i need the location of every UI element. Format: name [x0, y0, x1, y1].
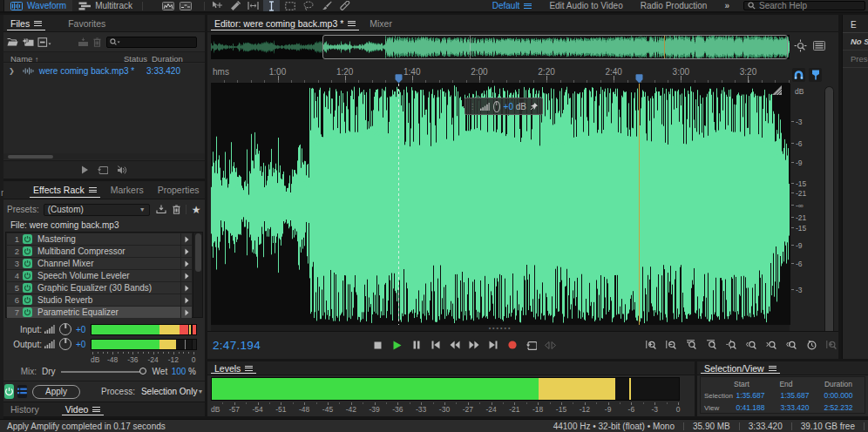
zoom-to-selection-button[interactable] — [783, 337, 800, 353]
process-dropdown[interactable]: Selection Only — [141, 387, 197, 396]
workspace-radio-production[interactable]: Radio Production — [632, 1, 716, 10]
play-button[interactable] — [389, 337, 405, 353]
effect-power-icon[interactable] — [23, 307, 32, 317]
effect-options-arrow[interactable] — [180, 307, 192, 318]
effect-options-arrow[interactable] — [180, 233, 192, 245]
effect-options-arrow[interactable] — [180, 270, 192, 281]
playhead-handle[interactable] — [635, 74, 643, 84]
rack-power-button[interactable] — [4, 384, 14, 399]
play-icon[interactable] — [81, 165, 89, 174]
time-selection-tool[interactable] — [263, 0, 280, 11]
panel-menu-icon[interactable] — [245, 364, 253, 372]
overview-view-box[interactable] — [322, 35, 788, 59]
loop-playback-button[interactable] — [523, 337, 539, 353]
effect-slot-2[interactable]: 2Multiband Compressor — [7, 246, 192, 257]
effect-slot-4[interactable]: 4Speech Volume Leveler — [7, 270, 192, 281]
zoom-in-left-edge-button[interactable] — [743, 337, 760, 353]
waveform-view-button[interactable]: Waveform — [4, 0, 72, 11]
files-search-input[interactable] — [106, 37, 197, 48]
help-search-input[interactable]: Search Help — [743, 1, 865, 10]
effect-slot-3[interactable]: 3Channel Mixer — [7, 258, 192, 269]
auto-play-icon[interactable] — [117, 165, 128, 175]
effect-power-icon[interactable] — [23, 295, 32, 305]
marquee-selection-tool[interactable] — [281, 0, 298, 11]
tab-selection-view[interactable]: Selection/View — [697, 361, 783, 375]
expand-chevron-icon[interactable]: ❯ — [9, 67, 15, 75]
lasso-selection-tool[interactable] — [300, 0, 316, 11]
panel-menu-icon[interactable] — [89, 186, 97, 194]
hud-pin-icon[interactable] — [530, 102, 539, 111]
apply-button[interactable]: Apply — [32, 385, 80, 399]
selection-start-handle[interactable] — [395, 74, 403, 84]
mix-slider-knob[interactable] — [139, 368, 146, 375]
multitrack-view-button[interactable]: Multitrack — [72, 0, 139, 11]
save-preset-icon[interactable] — [156, 205, 166, 214]
panel-menu-icon[interactable] — [92, 406, 100, 414]
tab-effects-rack[interactable]: Effects Rack — [26, 181, 104, 199]
zoom-amplitude-reset-button[interactable] — [703, 337, 720, 353]
overview-strip[interactable] — [211, 35, 790, 59]
slip-tool[interactable] — [245, 0, 261, 11]
tab-markers[interactable]: Markers — [104, 181, 151, 199]
sv-value[interactable]: 0:00.000 — [816, 391, 861, 400]
column-status[interactable]: Status — [124, 54, 147, 64]
hud-volume-control[interactable]: ⋮ +0 dB — [465, 98, 543, 115]
hud-volume-knob[interactable] — [493, 101, 500, 112]
move-next-button[interactable] — [485, 337, 501, 353]
loop-playback-icon[interactable] — [98, 165, 108, 175]
move-previous-button[interactable] — [427, 337, 444, 353]
effect-options-arrow[interactable] — [180, 258, 192, 269]
effect-options-arrow[interactable] — [180, 294, 192, 306]
zoom-in-time-button[interactable] — [643, 337, 660, 353]
sv-value[interactable]: 1:35.687 — [772, 391, 817, 400]
files-horizontal-scrollbar[interactable] — [3, 153, 205, 159]
column-duration[interactable]: Duration — [152, 54, 183, 64]
file-row[interactable]: ❯ were coming back.mp3 * 3:33.420 — [3, 64, 205, 78]
mix-slider[interactable] — [61, 371, 146, 373]
insert-into-multitrack-icon[interactable] — [78, 37, 90, 47]
effect-power-icon[interactable] — [23, 246, 32, 256]
tab-mixer[interactable]: Mixer — [363, 15, 399, 31]
record-button[interactable] — [504, 337, 520, 353]
column-name[interactable]: Name ↑ — [10, 54, 38, 64]
effect-slot-5[interactable]: 5Graphic Equalizer (30 Bands) — [7, 282, 192, 294]
files-column-headers[interactable]: Name ↑ Status Duration — [3, 51, 205, 63]
move-tool[interactable] — [208, 0, 225, 11]
import-file-icon[interactable] — [22, 37, 34, 47]
workspace-edit-audio-to-video[interactable]: Edit Audio to Video — [540, 1, 631, 10]
trash-icon[interactable] — [93, 37, 101, 47]
input-gain-knob[interactable] — [59, 323, 71, 335]
delete-preset-icon[interactable] — [173, 205, 180, 214]
effect-options-arrow[interactable] — [180, 246, 192, 257]
timeline-ruler[interactable]: hms 1:001:201:402:002:202:403:003:20 — [211, 63, 790, 84]
spot-healing-brush-tool[interactable] — [336, 0, 353, 11]
sv-value[interactable]: 2:52.232 — [816, 403, 861, 412]
sv-value[interactable]: 1:35.687 — [728, 391, 773, 400]
paintbrush-selection-tool[interactable] — [318, 0, 335, 11]
tab-levels[interactable]: Levels — [207, 361, 260, 375]
panel-menu-icon[interactable] — [348, 19, 356, 27]
mix-value[interactable]: 100 % — [172, 367, 196, 376]
zoom-out-time-button[interactable] — [663, 337, 680, 353]
rewind-button[interactable] — [446, 337, 463, 353]
tab-properties[interactable]: Properties — [151, 181, 205, 199]
skip-selection-button[interactable] — [542, 337, 559, 353]
pause-button[interactable] — [408, 337, 424, 353]
waveform-horizontal-scrollbar[interactable]: •••••• — [211, 325, 790, 331]
channel-grabber-icon[interactable] — [772, 85, 782, 95]
preset-dropdown[interactable]: (Custom) ▼ — [44, 204, 150, 216]
spectral-frequency-display-icon[interactable] — [162, 2, 174, 10]
effects-scrollbar[interactable] — [193, 233, 202, 317]
tab-history[interactable]: History — [3, 402, 46, 416]
favorite-star-icon[interactable]: ★ — [192, 204, 201, 216]
effect-options-arrow[interactable] — [180, 282, 192, 294]
tab-favorites[interactable]: Favorites — [61, 15, 112, 31]
tab-editor-were-coming-back-mp3-[interactable]: Editor: were coming back.mp3 * — [207, 15, 363, 31]
effect-slot-1[interactable]: 1Mastering — [7, 233, 192, 245]
workspace-default[interactable]: Default — [484, 1, 541, 10]
cropped-panel-tab[interactable]: E — [843, 15, 868, 33]
time-display[interactable]: 2:47.194 — [213, 339, 261, 352]
effect-power-icon[interactable] — [23, 283, 32, 293]
workspace-overflow-chevron[interactable]: » — [715, 1, 738, 10]
zoom-disabled-button[interactable] — [824, 337, 838, 353]
